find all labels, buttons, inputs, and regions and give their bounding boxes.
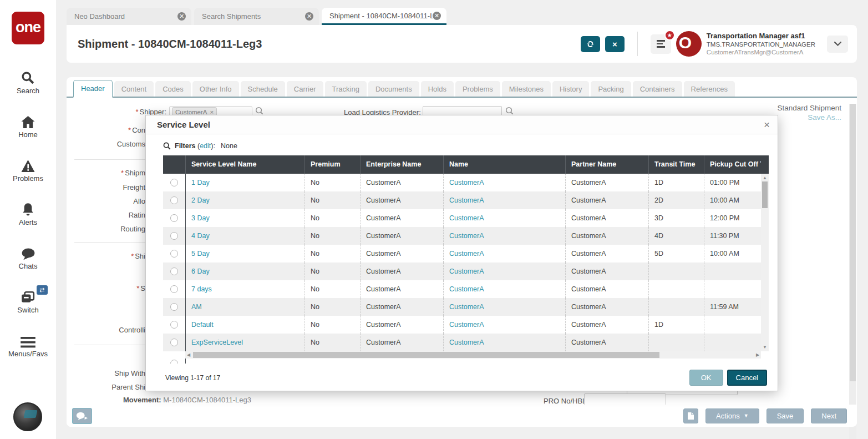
tab-codes[interactable]: Codes [155,81,191,97]
tab-close-icon[interactable]: ✕ [177,12,186,21]
user-avatar[interactable]: O [676,31,702,57]
tab-history[interactable]: History [552,81,589,97]
radio-button[interactable] [170,179,178,186]
report-button[interactable] [683,408,698,423]
cell-service-level-name[interactable]: 7 days [185,280,304,298]
cell-name[interactable]: CustomerA [443,316,565,334]
sidebar-nav: SearchHomeProblemsAlertsChatsSwitch⇄Menu… [0,51,56,358]
save-button[interactable]: Save [767,408,804,423]
cell-name[interactable]: CustomerA [443,191,565,209]
cell-service-level-name[interactable]: 4 Day [185,227,304,245]
grid-horizontal-scrollbar[interactable]: ◀ ▶ [185,351,761,359]
assistant-avatar[interactable] [13,402,42,431]
radio-button[interactable] [170,214,178,222]
actions-button[interactable]: Actions▼ [705,408,759,423]
next-button[interactable]: Next [811,408,847,423]
tab-documents[interactable]: Documents [368,81,419,97]
radio-button[interactable] [170,321,178,329]
sidebar-item-switch[interactable]: Switch⇄ [17,289,38,314]
cell-service-level-name[interactable]: AM [185,298,304,316]
tab-schedule[interactable]: Schedule [241,81,285,97]
cell-name[interactable]: CustomerA [443,245,565,263]
filters-value: None [221,142,237,150]
header-actions: × ★ O Transportation Manager asf1 TMS.TR… [581,31,848,57]
radio-button[interactable] [170,232,178,240]
radio-button[interactable] [170,196,178,204]
column-header-transit-time[interactable]: Transit Time [648,155,704,174]
sidebar-item-menus-favs[interactable]: Menus/Favs [8,332,48,358]
tab-references[interactable]: References [684,81,735,97]
cell-name[interactable]: CustomerA [443,298,565,316]
tab-other-info[interactable]: Other Info [192,81,239,97]
cell-name[interactable]: CustomerA [443,334,565,351]
notifications-button[interactable]: ★ [651,34,671,54]
cell-name[interactable]: CustomerA [443,280,565,298]
row-select-cell [163,245,185,263]
modal-close-icon[interactable]: × [764,119,770,130]
cell-service-level-name[interactable]: ExpServiceLevel [185,334,304,351]
sidebar-item-chats[interactable]: Chats [19,245,38,270]
cell-name[interactable]: CustomerA [443,263,565,280]
tab-close-icon[interactable]: ✕ [433,12,441,20]
workspace-tab[interactable]: Neo Dashboard✕ [67,8,191,25]
radio-button[interactable] [170,285,178,293]
radio-button[interactable] [170,268,178,275]
filters-edit-link[interactable]: edit [200,142,211,150]
grid-vertical-scrollbar[interactable]: ▲ ▼ [761,174,769,351]
save-as-link[interactable]: Save As... [777,113,841,122]
radio-button[interactable] [170,303,178,311]
tab-tracking[interactable]: Tracking [325,81,367,97]
filters-label: Filters [175,142,196,150]
radio-button[interactable] [170,360,178,364]
tab-packing[interactable]: Packing [591,81,631,97]
tab-milestones[interactable]: Milestones [502,81,551,97]
column-header-select[interactable] [163,155,185,174]
one-logo[interactable]: one [12,12,44,44]
workspace-tab[interactable]: Search Shipments✕ [194,8,319,25]
clipped-row [163,359,761,364]
shipper-lookup-icon[interactable] [255,107,263,115]
cell-service-level-name[interactable]: 2 Day [185,191,304,209]
column-header-pickup-cut-off-time[interactable]: Pickup Cut Off Time [704,155,761,174]
cell-service-level-name[interactable]: 3 Day [185,209,304,227]
cell-service-level-name[interactable]: 1 Day [185,174,304,191]
cell-name[interactable]: CustomerA [443,209,565,227]
sidebar-item-problems[interactable]: Problems [13,157,43,183]
tab-containers[interactable]: Containers [633,81,682,97]
cell-service-level-name[interactable]: 6 Day [185,263,304,280]
radio-button[interactable] [170,339,178,346]
sidebar-item-alerts[interactable]: Alerts [19,201,37,226]
tab-close-icon[interactable]: ✕ [305,12,313,21]
radio-button[interactable] [170,250,178,258]
chat-button[interactable] [72,408,92,424]
sidebar-item-home[interactable]: Home [18,113,38,139]
tab-content[interactable]: Content [114,81,154,97]
column-header-enterprise-name[interactable]: Enterprise Name [360,155,443,174]
tab-carrier[interactable]: Carrier [287,81,323,97]
chevron-down-icon [834,42,841,46]
cell-service-level-name[interactable]: 5 Day [185,245,304,263]
cell-partner-name: CustomerA [565,263,648,280]
user-menu-button[interactable] [827,36,848,53]
grid-rows: 1 DayNoCustomerACustomerACustomerA1D01:0… [163,174,761,351]
cell-name[interactable]: CustomerA [443,174,565,191]
column-header-premium[interactable]: Premium [304,155,360,174]
cell-transit-time: 1D [648,174,704,191]
column-header-service-level-name[interactable]: Service Level Name [185,155,304,174]
refresh-button[interactable] [581,36,600,52]
cell-service-level-name[interactable]: Default [185,316,304,334]
cancel-button[interactable]: Cancel [727,370,767,386]
llp-lookup-icon[interactable] [505,107,514,115]
close-page-button[interactable]: × [605,36,625,52]
workspace-tab[interactable]: Shipment - 10840CM-1084011-L...✕ [322,8,446,25]
ok-button[interactable]: OK [689,370,723,386]
column-header-name[interactable]: Name [443,155,565,174]
sidebar-item-search[interactable]: Search [17,69,39,95]
tab-header[interactable]: Header [73,80,113,98]
tab-problems[interactable]: Problems [455,81,500,97]
cell-name[interactable]: CustomerA [443,227,565,245]
tab-holds[interactable]: Holds [421,81,454,97]
scrollbar-thumb[interactable] [850,104,856,381]
page-scrollbar[interactable]: ▼ [849,104,856,439]
column-header-partner-name[interactable]: Partner Name [565,155,648,174]
